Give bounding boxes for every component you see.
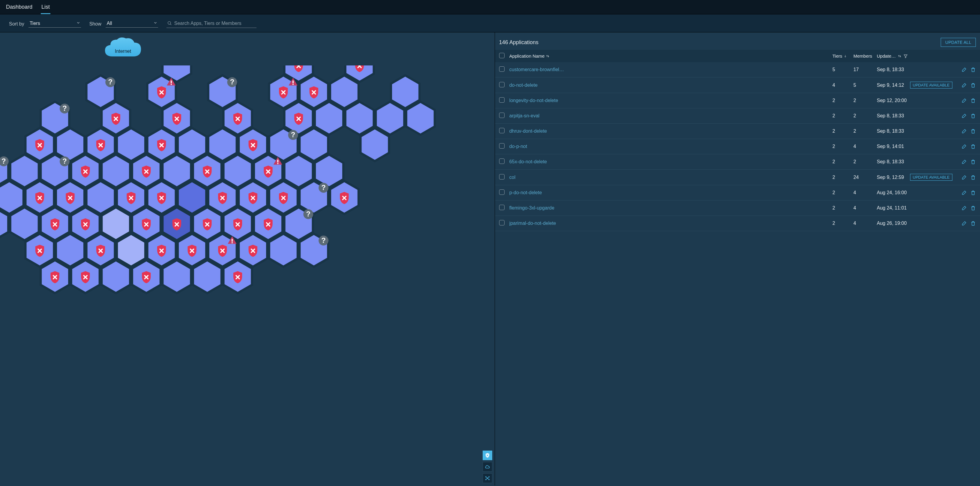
edit-icon[interactable] bbox=[961, 190, 967, 195]
app-link[interactable]: longevity-do-not-delete bbox=[509, 98, 558, 103]
delete-icon[interactable] bbox=[970, 144, 976, 149]
col-members[interactable]: Members bbox=[853, 53, 877, 59]
row-checkbox[interactable] bbox=[499, 220, 504, 225]
sort-by-select[interactable]: Tiers bbox=[29, 20, 81, 28]
hex-node[interactable] bbox=[102, 207, 130, 241]
hex-node[interactable] bbox=[178, 181, 206, 214]
edit-icon[interactable] bbox=[961, 159, 967, 164]
applications-panel: 146 Applications UPDATE ALL Application … bbox=[495, 32, 980, 485]
delete-icon[interactable] bbox=[970, 67, 976, 72]
app-link[interactable]: col bbox=[509, 175, 515, 180]
row-checkbox[interactable] bbox=[499, 205, 504, 210]
row-checkbox[interactable] bbox=[499, 158, 504, 164]
edit-icon[interactable] bbox=[961, 129, 967, 134]
tab-list[interactable]: List bbox=[41, 1, 50, 14]
svg-text:?: ? bbox=[62, 104, 67, 112]
hex-node[interactable] bbox=[10, 207, 39, 241]
delete-icon[interactable] bbox=[970, 175, 976, 180]
topology-panel[interactable]: Internet ?????????? bbox=[0, 32, 495, 485]
delete-icon[interactable] bbox=[970, 221, 976, 226]
hex-node[interactable] bbox=[269, 234, 298, 267]
col-tiers[interactable]: Tiers bbox=[832, 53, 853, 59]
edit-icon[interactable] bbox=[961, 175, 967, 180]
table-row: dhruv-dont-delete22Sep 8, 18:33 bbox=[495, 124, 980, 139]
edit-icon[interactable] bbox=[961, 221, 967, 226]
row-checkbox[interactable] bbox=[499, 97, 504, 103]
row-checkbox[interactable] bbox=[499, 174, 504, 180]
app-link[interactable]: p-do-not-delete bbox=[509, 190, 542, 195]
members-value: 2 bbox=[853, 113, 877, 119]
tab-dashboard[interactable]: Dashboard bbox=[5, 1, 33, 14]
hex-node[interactable] bbox=[376, 102, 404, 135]
edit-icon[interactable] bbox=[961, 144, 967, 149]
hex-node[interactable] bbox=[102, 155, 130, 188]
row-checkbox[interactable] bbox=[499, 113, 504, 118]
hex-node[interactable] bbox=[208, 128, 237, 161]
delete-icon[interactable] bbox=[970, 159, 976, 164]
search-input[interactable] bbox=[174, 21, 256, 26]
tool-cloud-button[interactable] bbox=[483, 462, 492, 472]
hex-node[interactable] bbox=[361, 128, 389, 161]
hex-map[interactable]: ?????????? bbox=[0, 65, 495, 373]
select-all-checkbox[interactable] bbox=[499, 53, 504, 58]
hex-node[interactable] bbox=[178, 128, 206, 161]
hex-node[interactable] bbox=[117, 234, 145, 267]
top-tabs: Dashboard List bbox=[0, 0, 980, 14]
app-link[interactable]: do-not-delete bbox=[509, 83, 538, 88]
row-checkbox[interactable] bbox=[499, 190, 504, 195]
hex-node[interactable] bbox=[330, 75, 358, 108]
edit-icon[interactable] bbox=[961, 113, 967, 119]
row-checkbox[interactable] bbox=[499, 82, 504, 88]
hex-node[interactable] bbox=[10, 155, 39, 188]
updated-value: Aug 26, 19:00 bbox=[877, 221, 907, 226]
app-link[interactable]: jparimal-do-not-delete bbox=[509, 221, 556, 226]
hex-node[interactable] bbox=[300, 128, 328, 161]
hex-node[interactable] bbox=[162, 260, 191, 293]
show-select[interactable]: All bbox=[106, 20, 158, 28]
app-link[interactable]: dhruv-dont-delete bbox=[509, 129, 547, 134]
filter-icon[interactable] bbox=[904, 54, 908, 58]
hex-node[interactable] bbox=[284, 155, 313, 188]
app-link[interactable]: 65x-do-not-delete bbox=[509, 159, 547, 164]
hex-node[interactable] bbox=[56, 234, 84, 267]
hex-node[interactable] bbox=[406, 102, 435, 135]
edit-icon[interactable] bbox=[961, 67, 967, 72]
col-application-name[interactable]: Application Name bbox=[509, 53, 832, 59]
hex-node[interactable] bbox=[56, 128, 84, 161]
row-checkbox[interactable] bbox=[499, 143, 504, 148]
app-link[interactable]: customercare-brownfiel… bbox=[509, 67, 564, 72]
row-checkbox[interactable] bbox=[499, 66, 504, 72]
edit-icon[interactable] bbox=[961, 98, 967, 103]
hex-node[interactable] bbox=[223, 155, 252, 188]
delete-icon[interactable] bbox=[970, 206, 976, 211]
row-checkbox[interactable] bbox=[499, 128, 504, 133]
hex-node[interactable] bbox=[117, 128, 145, 161]
hex-node[interactable] bbox=[162, 155, 191, 188]
svg-text:?: ? bbox=[321, 236, 326, 244]
hex-node[interactable] bbox=[102, 260, 130, 293]
edit-icon[interactable] bbox=[961, 83, 967, 88]
app-link[interactable]: do-p-not bbox=[509, 144, 527, 149]
app-link[interactable]: flemingo-3xl-upgarde bbox=[509, 206, 554, 211]
hex-node[interactable] bbox=[391, 75, 419, 108]
app-link[interactable]: arpitja-sn-eval bbox=[509, 113, 539, 119]
delete-icon[interactable] bbox=[970, 129, 976, 134]
svg-rect-20 bbox=[277, 160, 278, 163]
hex-node[interactable] bbox=[193, 260, 221, 293]
update-all-button[interactable]: UPDATE ALL bbox=[941, 38, 976, 47]
delete-icon[interactable] bbox=[970, 113, 976, 119]
sort-icon bbox=[897, 54, 902, 58]
search-field[interactable] bbox=[167, 20, 256, 28]
hex-node[interactable] bbox=[315, 155, 343, 188]
tool-graph-button[interactable] bbox=[483, 473, 492, 483]
hex-node[interactable] bbox=[345, 102, 374, 135]
delete-icon[interactable] bbox=[970, 83, 976, 88]
table-row: p-do-not-delete24Aug 24, 16:00 bbox=[495, 185, 980, 201]
tool-shield-button[interactable] bbox=[483, 451, 492, 460]
delete-icon[interactable] bbox=[970, 190, 976, 195]
hex-node[interactable] bbox=[86, 181, 115, 214]
delete-icon[interactable] bbox=[970, 98, 976, 103]
col-updated[interactable]: Update… bbox=[877, 53, 958, 59]
hex-node[interactable] bbox=[315, 102, 343, 135]
edit-icon[interactable] bbox=[961, 206, 967, 211]
